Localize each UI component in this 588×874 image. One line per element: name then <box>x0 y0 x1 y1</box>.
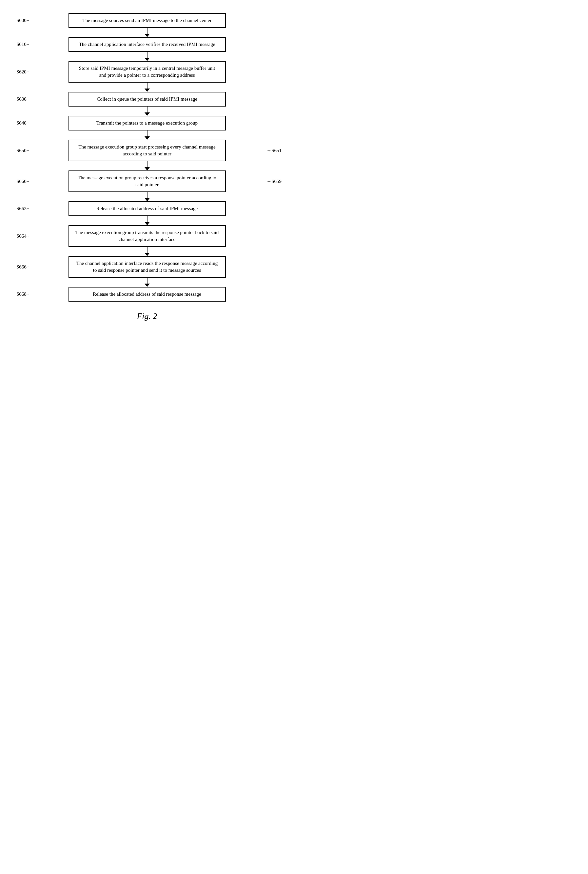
step-row-s650: S650⌐The message execution group start p… <box>6 140 288 161</box>
connector-8 <box>6 247 288 256</box>
connector-5 <box>6 161 288 170</box>
connector-7 <box>6 216 288 225</box>
step-label-s660: S660⌐ <box>16 179 29 184</box>
step-box-s662: Release the allocated address of said IP… <box>69 201 226 216</box>
step-label-s600: S600⌐ <box>16 18 29 23</box>
connector-4 <box>6 131 288 140</box>
step-label-s620: S620⌐ <box>16 69 29 75</box>
step-label-s668: S668⌐ <box>16 291 29 297</box>
step-label-s650: S650⌐ <box>16 148 29 153</box>
step-box-s660: The message execution group receives a r… <box>69 170 226 192</box>
connector-9 <box>6 278 288 287</box>
step-box-s610: The channel application interface verifi… <box>69 37 226 52</box>
step-row-s640: S640⌐Transmit the pointers to a message … <box>6 116 288 131</box>
connector-2 <box>6 83 288 92</box>
connector-6 <box>6 192 288 201</box>
step-box-s640: Transmit the pointers to a message execu… <box>69 116 226 131</box>
step-label-s610: S610⌐ <box>16 42 29 47</box>
step-box-s630: Collect in queue the pointers of said IP… <box>69 92 226 107</box>
step-label-s640: S640⌐ <box>16 120 29 126</box>
step-box-s666: The channel application interface reads … <box>69 256 226 278</box>
step-box-s668: Release the allocated address of said re… <box>69 287 226 302</box>
connector-0 <box>6 28 288 37</box>
flowchart: S600⌐The message sources send an IPMI me… <box>6 13 288 302</box>
step-box-s620: Store said IPMI message temporarily in a… <box>69 61 226 83</box>
step-row-s666: S666⌐The channel application interface r… <box>6 256 288 278</box>
step-label-s662: S662⌐ <box>16 206 29 212</box>
step-row-s600: S600⌐The message sources send an IPMI me… <box>6 13 288 28</box>
step-row-s660: S660⌐The message execution group receive… <box>6 170 288 192</box>
step-box-s664: The message execution group transmits th… <box>69 225 226 247</box>
step-label-s664: S664⌐ <box>16 233 29 239</box>
step-row-s620: S620⌐Store said IPMI message temporarily… <box>6 61 288 83</box>
step-row-s662: S662⌐Release the allocated address of sa… <box>6 201 288 216</box>
step-label-s630: S630⌐ <box>16 96 29 102</box>
step-box-s600: The message sources send an IPMI message… <box>69 13 226 28</box>
step-label-s666: S666⌐ <box>16 264 29 270</box>
step-row-s664: S664⌐The message execution group transmi… <box>6 225 288 247</box>
step-box-s650: The message execution group start proces… <box>69 140 226 161</box>
step-row-s610: S610⌐The channel application interface v… <box>6 37 288 52</box>
step-row-s630: S630⌐Collect in queue the pointers of sa… <box>6 92 288 107</box>
side-label-S651: →S651 <box>267 148 282 153</box>
figure-caption: Fig. 2 <box>136 311 157 321</box>
side-label-S659: ←S659 <box>267 179 282 184</box>
connector-1 <box>6 52 288 61</box>
step-row-s668: S668⌐Release the allocated address of sa… <box>6 287 288 302</box>
connector-3 <box>6 107 288 116</box>
